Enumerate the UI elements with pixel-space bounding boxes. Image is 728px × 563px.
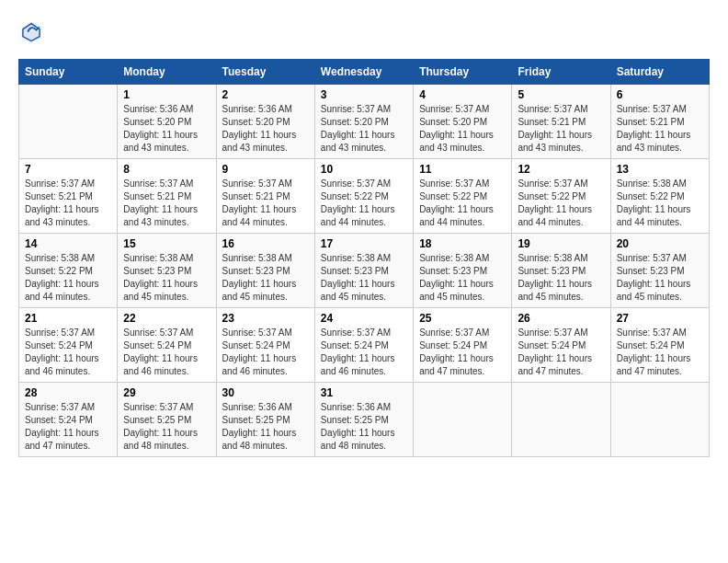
day-info: Sunrise: 5:38 AM Sunset: 5:23 PM Dayligh… (321, 252, 407, 304)
calendar-day-17: 17Sunrise: 5:38 AM Sunset: 5:23 PM Dayli… (314, 234, 413, 308)
day-number: 21 (25, 312, 111, 325)
day-number: 17 (321, 237, 407, 250)
day-info: Sunrise: 5:37 AM Sunset: 5:21 PM Dayligh… (25, 178, 111, 229)
day-info: Sunrise: 5:37 AM Sunset: 5:22 PM Dayligh… (419, 178, 506, 229)
day-info: Sunrise: 5:37 AM Sunset: 5:24 PM Dayligh… (123, 327, 210, 378)
weekday-header-thursday: Thursday (414, 60, 512, 85)
calendar-day-6: 6Sunrise: 5:37 AM Sunset: 5:21 PM Daylig… (610, 85, 709, 159)
calendar-day-3: 3Sunrise: 5:37 AM Sunset: 5:20 PM Daylig… (314, 85, 413, 159)
day-number: 12 (518, 163, 604, 176)
calendar-day-15: 15Sunrise: 5:38 AM Sunset: 5:23 PM Dayli… (118, 234, 216, 308)
day-info: Sunrise: 5:37 AM Sunset: 5:24 PM Dayligh… (222, 327, 309, 378)
day-number: 8 (123, 163, 210, 176)
day-info: Sunrise: 5:37 AM Sunset: 5:20 PM Dayligh… (321, 103, 407, 155)
calendar-day-16: 16Sunrise: 5:38 AM Sunset: 5:23 PM Dayli… (216, 234, 314, 308)
day-number: 22 (123, 312, 210, 325)
day-number: 29 (123, 386, 210, 399)
weekday-header-row: SundayMondayTuesdayWednesdayThursdayFrid… (19, 60, 710, 85)
day-number: 11 (419, 163, 506, 176)
day-number: 28 (25, 386, 111, 399)
day-number: 31 (321, 386, 407, 399)
day-info: Sunrise: 5:37 AM Sunset: 5:24 PM Dayligh… (419, 327, 506, 378)
calendar-empty-cell (512, 383, 610, 457)
weekday-header-friday: Friday (512, 60, 610, 85)
weekday-header-monday: Monday (118, 60, 216, 85)
calendar-day-4: 4Sunrise: 5:37 AM Sunset: 5:20 PM Daylig… (414, 85, 512, 159)
day-info: Sunrise: 5:37 AM Sunset: 5:21 PM Dayligh… (123, 178, 210, 229)
day-number: 13 (617, 163, 703, 176)
day-info: Sunrise: 5:36 AM Sunset: 5:20 PM Dayligh… (123, 103, 210, 155)
day-info: Sunrise: 5:37 AM Sunset: 5:21 PM Dayligh… (617, 103, 703, 155)
calendar-day-29: 29Sunrise: 5:37 AM Sunset: 5:25 PM Dayli… (118, 383, 216, 457)
day-info: Sunrise: 5:38 AM Sunset: 5:23 PM Dayligh… (419, 252, 506, 304)
calendar-empty-cell (610, 383, 709, 457)
day-info: Sunrise: 5:37 AM Sunset: 5:23 PM Dayligh… (617, 252, 703, 304)
calendar-day-7: 7Sunrise: 5:37 AM Sunset: 5:21 PM Daylig… (19, 159, 118, 234)
day-info: Sunrise: 5:37 AM Sunset: 5:24 PM Dayligh… (25, 401, 111, 453)
logo (18, 18, 48, 44)
calendar-week-row: 14Sunrise: 5:38 AM Sunset: 5:22 PM Dayli… (19, 234, 710, 308)
day-info: Sunrise: 5:37 AM Sunset: 5:24 PM Dayligh… (518, 327, 604, 378)
day-info: Sunrise: 5:36 AM Sunset: 5:25 PM Dayligh… (321, 401, 407, 453)
calendar-day-23: 23Sunrise: 5:37 AM Sunset: 5:24 PM Dayli… (216, 308, 314, 383)
day-number: 9 (222, 163, 309, 176)
day-number: 5 (518, 88, 604, 101)
calendar-week-row: 7Sunrise: 5:37 AM Sunset: 5:21 PM Daylig… (19, 159, 710, 234)
calendar-day-18: 18Sunrise: 5:38 AM Sunset: 5:23 PM Dayli… (414, 234, 512, 308)
day-number: 30 (222, 386, 309, 399)
day-info: Sunrise: 5:37 AM Sunset: 5:24 PM Dayligh… (321, 327, 407, 378)
weekday-header-tuesday: Tuesday (216, 60, 314, 85)
day-number: 18 (419, 237, 506, 250)
day-number: 27 (617, 312, 703, 325)
day-number: 14 (25, 237, 111, 250)
calendar-day-10: 10Sunrise: 5:37 AM Sunset: 5:22 PM Dayli… (314, 159, 413, 234)
day-number: 2 (222, 88, 309, 101)
day-info: Sunrise: 5:38 AM Sunset: 5:23 PM Dayligh… (518, 252, 604, 304)
day-number: 1 (123, 88, 210, 101)
calendar-week-row: 21Sunrise: 5:37 AM Sunset: 5:24 PM Dayli… (19, 308, 710, 383)
day-info: Sunrise: 5:38 AM Sunset: 5:23 PM Dayligh… (222, 252, 309, 304)
day-info: Sunrise: 5:38 AM Sunset: 5:23 PM Dayligh… (123, 252, 210, 304)
logo-icon (18, 18, 44, 44)
calendar-day-12: 12Sunrise: 5:37 AM Sunset: 5:22 PM Dayli… (512, 159, 610, 234)
calendar-empty-cell (414, 383, 512, 457)
calendar-day-28: 28Sunrise: 5:37 AM Sunset: 5:24 PM Dayli… (19, 383, 118, 457)
calendar-day-22: 22Sunrise: 5:37 AM Sunset: 5:24 PM Dayli… (118, 308, 216, 383)
calendar-day-5: 5Sunrise: 5:37 AM Sunset: 5:21 PM Daylig… (512, 85, 610, 159)
calendar-day-24: 24Sunrise: 5:37 AM Sunset: 5:24 PM Dayli… (314, 308, 413, 383)
calendar-week-row: 1Sunrise: 5:36 AM Sunset: 5:20 PM Daylig… (19, 85, 710, 159)
day-info: Sunrise: 5:37 AM Sunset: 5:22 PM Dayligh… (321, 178, 407, 229)
calendar-day-30: 30Sunrise: 5:36 AM Sunset: 5:25 PM Dayli… (216, 383, 314, 457)
day-info: Sunrise: 5:37 AM Sunset: 5:21 PM Dayligh… (518, 103, 604, 155)
calendar-day-27: 27Sunrise: 5:37 AM Sunset: 5:24 PM Dayli… (610, 308, 709, 383)
day-info: Sunrise: 5:37 AM Sunset: 5:24 PM Dayligh… (617, 327, 703, 378)
calendar-day-13: 13Sunrise: 5:38 AM Sunset: 5:22 PM Dayli… (610, 159, 709, 234)
calendar-day-20: 20Sunrise: 5:37 AM Sunset: 5:23 PM Dayli… (610, 234, 709, 308)
calendar-day-31: 31Sunrise: 5:36 AM Sunset: 5:25 PM Dayli… (314, 383, 413, 457)
day-number: 24 (321, 312, 407, 325)
weekday-header-saturday: Saturday (610, 60, 709, 85)
calendar-table: SundayMondayTuesdayWednesdayThursdayFrid… (18, 59, 710, 457)
day-number: 19 (518, 237, 604, 250)
day-info: Sunrise: 5:37 AM Sunset: 5:25 PM Dayligh… (123, 401, 210, 453)
calendar-day-26: 26Sunrise: 5:37 AM Sunset: 5:24 PM Dayli… (512, 308, 610, 383)
day-number: 26 (518, 312, 604, 325)
calendar-day-19: 19Sunrise: 5:38 AM Sunset: 5:23 PM Dayli… (512, 234, 610, 308)
calendar-day-25: 25Sunrise: 5:37 AM Sunset: 5:24 PM Dayli… (414, 308, 512, 383)
day-number: 7 (25, 163, 111, 176)
calendar-empty-cell (19, 85, 118, 159)
day-info: Sunrise: 5:37 AM Sunset: 5:24 PM Dayligh… (25, 327, 111, 378)
calendar-day-9: 9Sunrise: 5:37 AM Sunset: 5:21 PM Daylig… (216, 159, 314, 234)
calendar-day-14: 14Sunrise: 5:38 AM Sunset: 5:22 PM Dayli… (19, 234, 118, 308)
day-number: 6 (617, 88, 703, 101)
day-info: Sunrise: 5:37 AM Sunset: 5:21 PM Dayligh… (222, 178, 309, 229)
day-info: Sunrise: 5:38 AM Sunset: 5:22 PM Dayligh… (25, 252, 111, 304)
day-number: 16 (222, 237, 309, 250)
day-info: Sunrise: 5:38 AM Sunset: 5:22 PM Dayligh… (617, 178, 703, 229)
calendar-day-1: 1Sunrise: 5:36 AM Sunset: 5:20 PM Daylig… (118, 85, 216, 159)
calendar-day-8: 8Sunrise: 5:37 AM Sunset: 5:21 PM Daylig… (118, 159, 216, 234)
day-number: 20 (617, 237, 703, 250)
day-number: 15 (123, 237, 210, 250)
weekday-header-wednesday: Wednesday (314, 60, 413, 85)
day-info: Sunrise: 5:37 AM Sunset: 5:20 PM Dayligh… (419, 103, 506, 155)
